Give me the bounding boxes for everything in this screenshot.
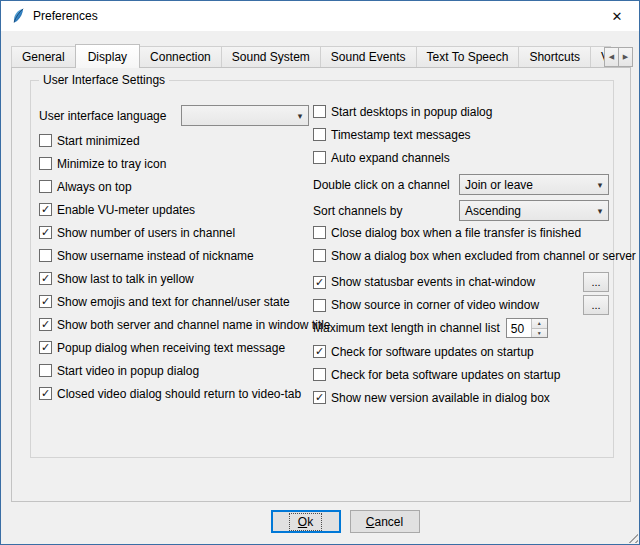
checkbox-label: Show statusbar events in chat-window <box>331 275 535 289</box>
checkbox-row[interactable]: ✓ Check for software updates on startup <box>313 345 609 358</box>
checkbox[interactable]: ✓ <box>313 276 326 289</box>
checkbox[interactable]: ✓ <box>39 318 52 331</box>
tab[interactable]: General <box>11 46 76 67</box>
checkbox[interactable] <box>39 157 52 170</box>
left-column: User interface language ▾ Start minimize… <box>39 105 309 410</box>
checkbox-row[interactable]: ✓ Popup dialog when receiving text messa… <box>39 341 309 354</box>
max-text-length-spinner[interactable]: 50 ▲ ▼ <box>506 318 548 338</box>
cancel-button[interactable]: Cancel <box>350 510 420 533</box>
checkbox-label: Show new version available in dialog box <box>331 391 550 405</box>
checkbox-label: Auto expand channels <box>331 151 450 165</box>
tab[interactable]: Display <box>75 44 140 68</box>
tab-scroll-control: ◀ ▶ <box>605 47 633 67</box>
checkbox[interactable]: ✓ <box>39 272 52 285</box>
checkbox[interactable] <box>39 180 52 193</box>
checkbox-row[interactable]: Check for beta software updates on start… <box>313 368 609 381</box>
checkbox[interactable]: ✓ <box>39 226 52 239</box>
ok-button-label: Ok <box>289 513 322 531</box>
spinner-buttons: ▲ ▼ <box>531 319 547 337</box>
checkbox-row[interactable]: ✓ Show emojis and text for channel/user … <box>39 295 309 308</box>
tab[interactable]: Connection <box>139 46 222 67</box>
checkbox-row[interactable]: Timestamp text messages <box>313 128 609 141</box>
right-column: Start desktops in popup dialog Timestamp… <box>313 105 609 414</box>
ok-button[interactable]: Ok <box>271 510 341 533</box>
tab[interactable]: Shortcuts <box>518 46 591 67</box>
app-logo-icon <box>10 8 26 24</box>
tab-label: Sound Events <box>331 50 406 64</box>
combobox-value: Ascending <box>460 204 592 218</box>
close-button[interactable]: ✕ <box>595 1 639 31</box>
checkbox[interactable]: ✓ <box>313 391 326 404</box>
checkbox-row[interactable]: ✓ Show number of users in channel <box>39 226 309 239</box>
checkbox[interactable] <box>39 249 52 262</box>
tab-label: General <box>22 50 65 64</box>
checkbox[interactable] <box>313 249 326 262</box>
checkbox[interactable] <box>313 128 326 141</box>
tab-label: Text To Speech <box>427 50 509 64</box>
tab[interactable]: Sound System <box>221 46 321 67</box>
checkbox[interactable] <box>39 134 52 147</box>
checkbox-label: Closed video dialog should return to vid… <box>57 387 301 401</box>
checkbox[interactable]: ✓ <box>39 387 52 400</box>
checkbox-row[interactable]: Close dialog box when a file transfer is… <box>313 226 609 239</box>
chevron-down-icon: ▾ <box>592 180 608 190</box>
checkbox[interactable] <box>313 151 326 164</box>
checkbox-row[interactable]: Always on top <box>39 180 309 193</box>
video-source-row[interactable]: Show source in corner of video window ..… <box>313 295 609 315</box>
video-source-options-button[interactable]: ... <box>583 295 609 315</box>
checkbox-label: Start minimized <box>57 134 140 148</box>
checkbox-row[interactable]: Start minimized <box>39 134 309 147</box>
checkbox-label: Close dialog box when a file transfer is… <box>331 226 581 240</box>
statusbar-events-options-button[interactable]: ... <box>583 272 609 292</box>
spin-up-icon[interactable]: ▲ <box>532 319 547 328</box>
max-text-length-label: Maximum text length in channel list <box>313 321 500 335</box>
checkbox[interactable] <box>313 105 326 118</box>
checkbox[interactable] <box>313 368 326 381</box>
checkbox[interactable] <box>313 226 326 239</box>
ui-settings-group: User Interface Settings User interface l… <box>30 80 614 458</box>
checkbox[interactable] <box>39 364 52 377</box>
spin-down-icon[interactable]: ▼ <box>532 328 547 338</box>
checkbox-row[interactable]: ✓ Show both server and channel name in w… <box>39 318 309 331</box>
checkbox-row[interactable]: Start video in popup dialog <box>39 364 309 377</box>
statusbar-events-row[interactable]: ✓ Show statusbar events in chat-window .… <box>313 272 609 292</box>
tab[interactable]: Sound Events <box>320 46 417 67</box>
checkbox-row[interactable]: Auto expand channels <box>313 151 609 164</box>
checkbox-label: Check for beta software updates on start… <box>331 368 560 382</box>
double-click-label: Double click on a channel <box>313 178 450 192</box>
checkbox-label: Show emojis and text for channel/user st… <box>57 295 290 309</box>
tab-label: Sound System <box>232 50 310 64</box>
right-checkbox-list-bottom: ✓ Check for software updates on startup … <box>313 345 609 404</box>
tab-scroll-right-button[interactable]: ▶ <box>618 47 633 67</box>
spinner-value[interactable]: 50 <box>507 319 531 337</box>
checkbox-row[interactable]: ✓ Show last to talk in yellow <box>39 272 309 285</box>
tab-label: Connection <box>150 50 211 64</box>
double-click-row: Double click on a channel Join or leave … <box>313 174 609 195</box>
checkbox-row[interactable]: Minimize to tray icon <box>39 157 309 170</box>
checkbox[interactable]: ✓ <box>313 345 326 358</box>
checkbox-label: Always on top <box>57 180 132 194</box>
arrow-right-icon: ▶ <box>623 53 628 61</box>
checkbox-row[interactable]: ✓ Closed video dialog should return to v… <box>39 387 309 400</box>
checkbox-label: Popup dialog when receiving text message <box>57 341 285 355</box>
checkbox-row[interactable]: Start desktops in popup dialog <box>313 105 609 118</box>
title-bar: Preferences ✕ <box>1 1 639 31</box>
language-combobox[interactable]: ▾ <box>181 105 309 126</box>
checkbox[interactable]: ✓ <box>39 341 52 354</box>
checkbox[interactable]: ✓ <box>39 203 52 216</box>
double-click-combobox[interactable]: Join or leave ▾ <box>459 174 609 195</box>
checkbox[interactable]: ✓ <box>39 295 52 308</box>
tab-scroll-left-button[interactable]: ◀ <box>604 47 619 67</box>
combobox-value: Join or leave <box>460 178 592 192</box>
sort-channels-combobox[interactable]: Ascending ▾ <box>459 200 609 221</box>
language-row: User interface language ▾ <box>39 105 309 126</box>
checkbox-row[interactable]: Show username instead of nickname <box>39 249 309 262</box>
checkbox[interactable] <box>313 299 326 312</box>
checkbox-row[interactable]: ✓ Show new version available in dialog b… <box>313 391 609 404</box>
checkbox-row[interactable]: ✓ Enable VU-meter updates <box>39 203 309 216</box>
checkbox-label: Start desktops in popup dialog <box>331 105 492 119</box>
checkbox-row[interactable]: Show a dialog box when excluded from cha… <box>313 249 609 262</box>
sort-channels-label: Sort channels by <box>313 204 402 218</box>
tab[interactable]: Text To Speech <box>416 46 520 67</box>
group-title: User Interface Settings <box>39 73 169 87</box>
